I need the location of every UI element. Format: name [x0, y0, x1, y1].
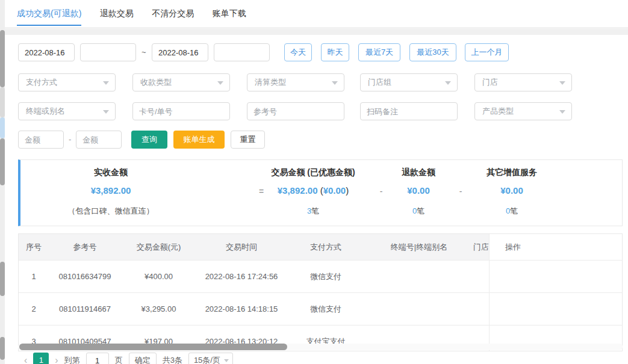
start-date-input[interactable] — [18, 43, 75, 61]
store-group-placeholder: 门店组 — [368, 78, 391, 87]
chevron-left-icon[interactable]: ‹ — [24, 353, 27, 364]
receipt-type-placeholder: 收款类型 — [140, 78, 172, 87]
chevron-down-icon — [103, 110, 109, 114]
chevron-down-icon — [445, 81, 451, 85]
settlement-type-select[interactable]: 清算类型 — [247, 73, 344, 91]
cell-amount: ¥400.00 — [121, 261, 196, 292]
summary-panel: 实收金额 ¥3,892.00 （包含口碑、微信直连） = 交易金额 (已优惠金额… — [18, 159, 623, 226]
cell-time: 2022-08-16 14:18:15 — [196, 293, 287, 325]
tab-bar: 成功交易(可退款) 退款交易 不清分交易 账单下载 — [0, 0, 628, 28]
cell-index: 2 — [19, 293, 49, 325]
action-cell — [490, 293, 622, 325]
received-amount-label: 实收金额 — [20, 167, 201, 178]
left-edge-artifact — [0, 30, 5, 87]
receipt-type-select[interactable]: 收款类型 — [132, 73, 230, 91]
chevron-right-icon[interactable]: › — [55, 353, 58, 364]
page-size-select[interactable]: 15条/页 — [188, 353, 233, 364]
summary-received: 实收金额 ¥3,892.00 （包含口碑、微信直连） — [20, 160, 201, 226]
generate-bill-button[interactable]: 账单生成 — [173, 131, 225, 149]
col-header-reference: 参考号 — [49, 234, 121, 260]
cell-method: 微信支付 — [287, 261, 365, 292]
store-group-select[interactable]: 门店组 — [360, 73, 458, 91]
total-count-label: 共3条 — [163, 355, 182, 364]
end-date-input[interactable] — [152, 43, 208, 61]
left-edge-artifact — [0, 262, 5, 296]
store-select[interactable]: 门店 — [474, 73, 572, 91]
left-edge-artifact — [0, 87, 5, 117]
quick-last30days-button[interactable]: 最近30天 — [409, 43, 456, 61]
received-amount-value: ¥3,892.00 — [20, 185, 201, 196]
query-button[interactable]: 查询 — [131, 131, 167, 149]
chevron-down-icon — [224, 359, 229, 362]
other-services-count: 0笔 — [452, 206, 572, 217]
discount-amount: ¥0.00 — [323, 185, 346, 196]
quick-last7days-button[interactable]: 最近7天 — [358, 43, 400, 61]
tab-bill-download[interactable]: 账单下载 — [213, 0, 246, 25]
chevron-down-icon — [559, 81, 565, 85]
chevron-down-icon — [103, 81, 109, 85]
card-or-order-number-input[interactable] — [132, 102, 230, 120]
col-header-amount: 交易金额(元) — [121, 234, 196, 260]
horizontal-scrollbar-thumb[interactable] — [19, 344, 287, 350]
discount-paren-close: ) — [346, 185, 349, 196]
transactions-table: 序号 参考号 交易金额(元) 交易时间 支付方式 终端号|终端别名 门店名 1 … — [18, 233, 623, 351]
quick-today-button[interactable]: 今天 — [284, 43, 312, 61]
scan-remark-input[interactable] — [360, 102, 458, 120]
settlement-type-placeholder: 清算类型 — [255, 78, 286, 87]
cell-reference: 081011914667 — [49, 293, 121, 325]
col-header-terminal: 终端号|终端别名 — [365, 234, 473, 260]
col-header-index: 序号 — [19, 234, 49, 260]
chevron-down-icon — [559, 110, 565, 114]
transaction-amount: ¥3,892.00 — [278, 185, 318, 196]
amount-min-input[interactable] — [18, 131, 64, 149]
goto-page-input[interactable] — [86, 353, 109, 364]
transactions-page: { "colors": { "primary_blue": "#3d8edc",… — [0, 0, 628, 364]
amount-range-separator: - — [69, 131, 71, 149]
table-row: 2 081011914667 ¥3,295.00 2022-08-16 14:1… — [19, 293, 491, 325]
quick-lastmonth-button[interactable]: 上一个月 — [465, 43, 509, 61]
tabbar-divider — [0, 29, 628, 35]
payment-method-placeholder: 支付方式 — [26, 78, 57, 87]
action-cell — [490, 261, 622, 293]
other-services-value: ¥0.00 — [452, 185, 572, 196]
tab-success-transactions[interactable]: 成功交易(可退款) — [17, 0, 81, 26]
received-amount-note: （包含口碑、微信直连） — [20, 206, 201, 217]
left-edge-artifact — [0, 138, 5, 185]
pagination: ‹ 1 › 到第 页 确定 共3条 15条/页 — [24, 353, 233, 364]
cell-terminal — [365, 261, 473, 292]
col-header-method: 支付方式 — [287, 234, 365, 260]
cell-reference: 081016634799 — [49, 261, 121, 292]
amount-max-input[interactable] — [76, 131, 122, 149]
left-edge-artifact — [0, 337, 5, 360]
confirm-page-button[interactable]: 确定 — [129, 353, 157, 364]
terminal-or-alias-select[interactable]: 终端或别名 — [18, 102, 116, 120]
end-time-input[interactable] — [214, 43, 270, 61]
page-unit-label: 页 — [115, 355, 123, 364]
page-number-button[interactable]: 1 — [33, 353, 49, 364]
reset-button[interactable]: 重置 — [231, 131, 265, 149]
cell-amount: ¥3,295.00 — [121, 293, 196, 325]
table-header: 序号 参考号 交易金额(元) 交易时间 支付方式 终端号|终端别名 门店名 — [19, 234, 491, 261]
goto-page-label: 到第 — [64, 355, 80, 364]
tab-refund-transactions[interactable]: 退款交易 — [100, 0, 134, 25]
chevron-down-icon — [332, 81, 338, 85]
start-time-input[interactable] — [80, 43, 136, 61]
date-range-separator: ~ — [141, 43, 146, 61]
tab-unsettled-transactions[interactable]: 不清分交易 — [152, 0, 194, 25]
cell-method: 微信支付 — [287, 293, 365, 325]
product-type-select[interactable]: 产品类型 — [474, 102, 572, 120]
cell-terminal — [365, 293, 473, 325]
page-size-value: 15条/页 — [194, 356, 220, 364]
payment-method-select[interactable]: 支付方式 — [18, 73, 116, 91]
cell-time: 2022-08-16 17:24:56 — [196, 261, 287, 292]
quick-yesterday-button[interactable]: 昨天 — [321, 43, 349, 61]
other-services-label: 其它增值服务 — [452, 167, 572, 178]
refund-count-unit: 笔 — [417, 206, 424, 215]
cell-index: 1 — [19, 261, 49, 292]
chevron-down-icon — [217, 81, 223, 85]
horizontal-scrollbar-track[interactable] — [18, 344, 623, 350]
terminal-or-alias-placeholder: 终端或别名 — [26, 106, 65, 116]
reference-number-input[interactable] — [247, 102, 344, 120]
summary-other-services: 其它增值服务 ¥0.00 0笔 — [452, 160, 572, 226]
table-row: 1 081016634799 ¥400.00 2022-08-16 17:24:… — [19, 261, 491, 293]
